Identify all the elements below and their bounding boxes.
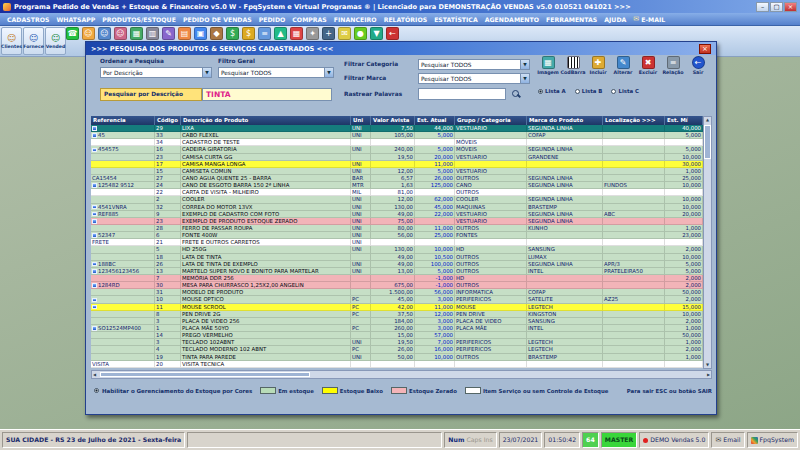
menu-item-agendamento[interactable]: AGENDAMENTO — [482, 15, 542, 24]
vendedores-icon[interactable]: ☺ — [114, 27, 127, 40]
column-header-uni[interactable]: Uni — [351, 116, 371, 125]
financeiro-icon[interactable]: $ — [242, 27, 255, 40]
table-row[interactable]: CA1545427CANO AGUA QUENTE 25 - BARRABAR6… — [91, 175, 703, 182]
table-row[interactable]: 125482 951224CANO DE ESGOTO BARRA 150 2ª… — [91, 182, 703, 189]
table-row[interactable]: 29LIXAUNI7,5044,000VESTUARIOSEGUNDA LINH… — [91, 125, 703, 132]
agenda-icon[interactable]: ▦ — [290, 27, 303, 40]
vertical-scroll-thumb[interactable] — [704, 125, 711, 159]
codigo-barras-icon[interactable]: ▥ — [146, 27, 159, 40]
menu-item-pedido[interactable]: PEDIDO — [256, 15, 289, 24]
table-row[interactable]: 12345612345613MARTELO SUPER NOVO E BONIT… — [91, 268, 703, 275]
status-email[interactable]: ✉ Email — [711, 432, 744, 448]
table-row[interactable]: 45457516CADEIRA GIRATORIAUNI240,005,000M… — [91, 146, 703, 153]
produtos-icon[interactable]: ▦ — [130, 27, 143, 40]
table-row[interactable]: 5HD 250GUNI130,0010,000HDSANSUNG2,000 — [91, 246, 703, 253]
rastrear-input[interactable] — [418, 88, 506, 100]
excluir-button[interactable]: ✖Excluir — [636, 54, 660, 86]
table-row[interactable]: REF8859EXEMPLO DE CADASTRO COM FOTOUNI49… — [91, 211, 703, 218]
column-header-est-mi[interactable]: Est. Mí — [665, 116, 703, 125]
menu-item-financeiro[interactable]: FINANCEIRO — [331, 15, 380, 24]
table-row[interactable]: SO12524MP4001PLACA MÃE 50YOPC260,003,000… — [91, 325, 703, 332]
table-row[interactable]: 3PLACA DE VIDEO 256184,003,000PLACA DE V… — [91, 318, 703, 325]
table-row[interactable]: 22CARTA DE VISITA - MILHEIROMIL81,00OUTR… — [91, 189, 703, 196]
table-row[interactable]: 4533CABO FLEXELUNI105,005,000COFAP5,000 — [91, 132, 703, 139]
radio-lista-c[interactable]: Lista C — [611, 88, 639, 94]
filtro-geral-select[interactable]: Pesquisar TODOS ▼ — [218, 67, 334, 78]
table-row[interactable]: 17CAMISA MANGA LONGAUNI11,00030,000 — [91, 161, 703, 168]
table-row[interactable]: 2COOLERUNI12,0062,000COOLERSEGUNDA LINHA… — [91, 196, 703, 203]
scroll-left-icon[interactable]: ◀ — [93, 372, 96, 378]
search-icon[interactable] — [512, 90, 519, 97]
internet-icon[interactable]: ● — [354, 27, 367, 40]
alterar-button[interactable]: ✎Alterar — [611, 54, 635, 86]
clientes-icon[interactable]: ☺ — [82, 27, 95, 40]
menu-item-ferramentas[interactable]: FERRAMENTAS — [543, 15, 600, 24]
column-header-codigo[interactable]: Código — [155, 116, 181, 125]
sair-button[interactable]: ←Sair — [686, 54, 710, 86]
column-header-marca-do-produto[interactable]: Marca do Produto — [527, 116, 603, 125]
table-row[interactable]: VISITA20VISITA TECNICA — [91, 361, 703, 368]
table-row[interactable]: FRETE21FRETE E OUTROS CARRETOSUNI — [91, 239, 703, 246]
filtrar-categoria-select[interactable]: Pesquisar TODOS ▼ — [418, 59, 530, 70]
servicos-icon[interactable]: ✎ — [162, 27, 175, 40]
relacao-button[interactable]: ≡Relação — [661, 54, 685, 86]
menu-item-relatorios[interactable]: RELATÓRIOS — [381, 15, 431, 24]
table-row[interactable]: 3TECLADO 102ABNTUNI19,507,000PERIFERICOS… — [91, 339, 703, 346]
whatsapp-icon[interactable]: ☎ — [66, 27, 79, 40]
menu-item-estatistica[interactable]: ESTATÍSTICA — [431, 15, 481, 24]
estatistica-icon[interactable]: ▲ — [274, 27, 287, 40]
column-header-referencia[interactable]: Referencia — [91, 116, 155, 125]
calculadora-icon[interactable]: + — [322, 27, 335, 40]
horizontal-scroll-thumb[interactable] — [100, 372, 310, 377]
table-row[interactable]: 19TINTA PARA PAREDEUNI50,0010,000OUTROSB… — [91, 354, 703, 361]
incluir-button[interactable]: ✚Incluir — [586, 54, 610, 86]
scroll-up-icon[interactable]: ▲ — [706, 117, 709, 123]
chevron-down-icon[interactable]: ▼ — [324, 68, 333, 77]
caixa-icon[interactable]: $ — [226, 27, 239, 40]
email-icon[interactable]: ✉ — [338, 27, 351, 40]
radio-lista-b[interactable]: Lista B — [575, 88, 603, 94]
pedido-venda-icon[interactable]: ▤ — [178, 27, 191, 40]
scroll-right-icon[interactable]: ▶ — [707, 372, 710, 378]
table-row[interactable]: 10MOUSE OPTICOPC45,003,000PERIFERICOSSAT… — [91, 296, 703, 303]
table-row[interactable]: 23EXEMPLO DE PRODUTO ESTOQUE ZERADOUNI75… — [91, 218, 703, 225]
side-button-vended[interactable]: ☺Vended — [45, 27, 66, 55]
table-row[interactable]: 14PREGO VERMELHO15,0057,00050,000 — [91, 332, 703, 339]
codbarra-button[interactable]: CodBarra — [561, 54, 585, 86]
dialog-close-button[interactable]: × — [699, 44, 711, 54]
column-header-localizacao[interactable]: Localização >>> — [603, 116, 665, 125]
orcamento-icon[interactable]: ▣ — [194, 27, 207, 40]
table-row[interactable]: 34CADASTRO DE TESTEMÓVEIS — [91, 139, 703, 146]
menu-item-e-mail[interactable]: ✉E-MAIL — [630, 14, 668, 24]
scroll-down-icon[interactable]: ▼ — [706, 362, 709, 368]
table-row[interactable]: 15CAMISETA COMUNUNI12,005,000VESTUARIO1,… — [91, 168, 703, 175]
table-row[interactable]: 1284RD30MESA PARA CHURRASCO 1,25X2,00 AN… — [91, 282, 703, 289]
filtrar-marca-select[interactable]: Pesquisar TODOS ▼ — [418, 73, 530, 84]
table-row[interactable]: 4TECLADO MODERNO 102 ABNTPC26,0016,000PE… — [91, 346, 703, 353]
maximize-button[interactable]: ▢ — [770, 2, 783, 12]
column-header-valor-avista[interactable]: Valor Avista — [371, 116, 415, 125]
menu-item-ajuda[interactable]: AJUDA — [601, 15, 629, 24]
table-row[interactable]: 188BC26LATA DE TINTA DE EXEMPLOUNI49,001… — [91, 261, 703, 268]
fornecedores-icon[interactable]: ☺ — [98, 27, 111, 40]
radio-lista-a[interactable]: Lista A — [538, 88, 566, 94]
table-row[interactable]: 7MEMÓRIA DDR 256-1,000HD2,000 — [91, 275, 703, 282]
chevron-down-icon[interactable]: ▼ — [520, 74, 529, 83]
table-row[interactable]: 31MODELO DE PRODUTO1.500,0056,000INFORMA… — [91, 289, 703, 296]
search-input[interactable]: TINTA — [202, 88, 332, 101]
menu-item-whatsapp[interactable]: WHATSAPP — [53, 15, 98, 24]
table-row[interactable]: 28FERRO DE PASSAR ROUPAUNI80,0011,000OUT… — [91, 225, 703, 232]
legend-toggle[interactable]: Habilitar o Gerenciamento do Estoque por… — [94, 388, 252, 394]
compras-icon[interactable]: ◆ — [210, 27, 223, 40]
table-row[interactable]: 23CAMISA CURTA GG19,5020,000VESTUARIOGRA… — [91, 154, 703, 161]
side-button-fornece[interactable]: ☺Fornece — [23, 27, 44, 55]
menu-item-cadastros[interactable]: CADASTROS — [4, 15, 52, 24]
menu-item-compras[interactable]: COMPRAS — [289, 15, 330, 24]
table-row[interactable]: 8PEN DRIVE 2GPC37,5012,000PEN DRIVEKINGS… — [91, 311, 703, 318]
close-button[interactable]: × — [784, 2, 797, 12]
sair-icon[interactable]: ← — [386, 27, 399, 40]
relatorios-icon[interactable]: ≡ — [258, 27, 271, 40]
menu-item-pedido-de-vendas[interactable]: PEDIDO DE VENDAS — [180, 15, 255, 24]
imagem-button[interactable]: ▦Imagem — [536, 54, 560, 86]
table-row[interactable]: 4541VNRA32CORREA DO MOTOR 13VXUNI130,004… — [91, 204, 703, 211]
